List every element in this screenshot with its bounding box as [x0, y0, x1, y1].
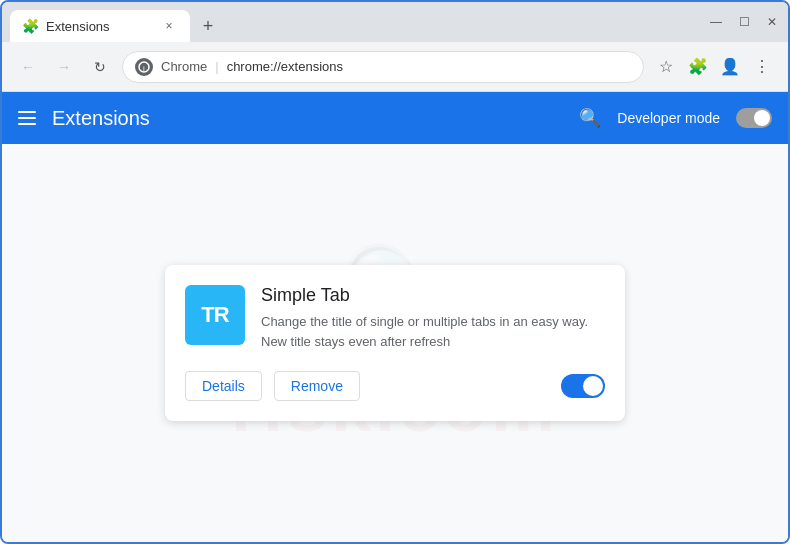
- remove-button[interactable]: Remove: [274, 371, 360, 401]
- card-bottom: Details Remove: [185, 371, 605, 401]
- tab-area: 🧩 Extensions × +: [10, 2, 704, 42]
- extension-info: Simple Tab Change the title of single or…: [261, 285, 605, 351]
- minimize-button[interactable]: —: [708, 14, 724, 30]
- search-button[interactable]: 🔍: [579, 107, 601, 129]
- back-button[interactable]: ←: [14, 53, 42, 81]
- title-bar: 🧩 Extensions × + — ☐ ✕: [2, 2, 788, 42]
- details-button[interactable]: Details: [185, 371, 262, 401]
- forward-button[interactable]: →: [50, 53, 78, 81]
- address-bar: ← → ↻ i Chrome | chrome://extensions ☆ 🧩…: [2, 42, 788, 92]
- extension-card: TR Simple Tab Change the title of single…: [165, 265, 625, 421]
- extensions-icon[interactable]: 🧩: [684, 53, 712, 81]
- url-separator: |: [215, 59, 218, 74]
- browser-menu-icon[interactable]: ⋮: [748, 53, 776, 81]
- site-security-icon: i: [135, 58, 153, 76]
- url-text: chrome://extensions: [227, 59, 631, 74]
- card-top: TR Simple Tab Change the title of single…: [185, 285, 605, 351]
- active-tab[interactable]: 🧩 Extensions ×: [10, 10, 190, 42]
- hamburger-menu-button[interactable]: [18, 111, 36, 125]
- tab-favicon-icon: 🧩: [22, 18, 38, 34]
- extension-description: Change the title of single or multiple t…: [261, 312, 605, 351]
- address-bar-actions: ☆ 🧩 👤 ⋮: [652, 53, 776, 81]
- extensions-header: Extensions 🔍 Developer mode: [2, 92, 788, 144]
- tab-title: Extensions: [46, 19, 152, 34]
- extension-enable-toggle[interactable]: [561, 374, 605, 398]
- main-content: 🔍 risk.com TR Simple Tab Change the titl…: [2, 144, 788, 542]
- browser-window: 🧩 Extensions × + — ☐ ✕ ← → ↻ i Chrome |: [0, 0, 790, 544]
- extension-icon: TR: [185, 285, 245, 345]
- extension-name: Simple Tab: [261, 285, 605, 306]
- bookmark-icon[interactable]: ☆: [652, 53, 680, 81]
- maximize-button[interactable]: ☐: [736, 14, 752, 30]
- developer-mode-label: Developer mode: [617, 110, 720, 126]
- header-actions: 🔍 Developer mode: [579, 107, 772, 129]
- tab-close-button[interactable]: ×: [160, 17, 178, 35]
- close-button[interactable]: ✕: [764, 14, 780, 30]
- developer-mode-toggle[interactable]: [736, 108, 772, 128]
- url-chrome-label: Chrome: [161, 59, 207, 74]
- svg-text:i: i: [143, 63, 145, 72]
- extensions-header-title: Extensions: [52, 107, 563, 130]
- new-tab-button[interactable]: +: [194, 12, 222, 40]
- profile-icon[interactable]: 👤: [716, 53, 744, 81]
- window-controls: — ☐ ✕: [708, 14, 780, 30]
- refresh-button[interactable]: ↻: [86, 53, 114, 81]
- url-bar[interactable]: i Chrome | chrome://extensions: [122, 51, 644, 83]
